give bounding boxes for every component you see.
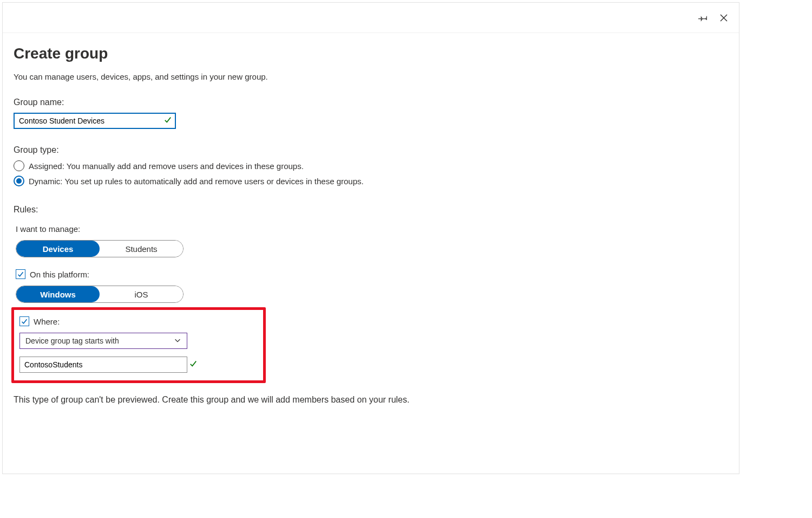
rules-label: Rules: bbox=[14, 205, 728, 215]
create-group-panel: Create group You can manage users, devic… bbox=[2, 2, 739, 474]
radio-icon bbox=[14, 176, 24, 186]
radio-label: Dynamic: You set up rules to automatical… bbox=[29, 177, 364, 186]
where-highlight: Where: Device group tag starts with bbox=[11, 307, 266, 383]
radio-label: Assigned: You manually add and remove us… bbox=[29, 161, 304, 171]
checkmark-icon bbox=[189, 360, 197, 369]
group-type-label: Group type: bbox=[14, 145, 728, 155]
platform-toggle: Windows iOS bbox=[16, 286, 184, 303]
group-name-field-wrap bbox=[14, 113, 176, 129]
page-title: Create group bbox=[14, 45, 728, 62]
preview-note: This type of group can't be previewed. C… bbox=[14, 395, 728, 405]
manage-toggle-students[interactable]: Students bbox=[100, 241, 183, 257]
close-icon[interactable] bbox=[718, 12, 729, 23]
platform-checkbox-row[interactable]: On this platform: bbox=[16, 269, 728, 279]
checkbox-icon bbox=[16, 269, 25, 279]
manage-toggle: Devices Students bbox=[16, 240, 184, 257]
platform-checkbox-label: On this platform: bbox=[30, 270, 89, 279]
where-value-input[interactable] bbox=[19, 357, 187, 373]
where-checkbox-label: Where: bbox=[34, 317, 60, 326]
group-name-input[interactable] bbox=[14, 113, 176, 129]
content-area: Create group You can manage users, devic… bbox=[3, 33, 739, 416]
radio-icon bbox=[14, 160, 24, 171]
platform-toggle-ios[interactable]: iOS bbox=[100, 286, 183, 302]
platform-toggle-windows[interactable]: Windows bbox=[16, 286, 100, 302]
page-subtitle: You can manage users, devices, apps, and… bbox=[14, 72, 728, 81]
where-value-wrap bbox=[19, 357, 197, 373]
group-name-label: Group name: bbox=[14, 98, 728, 107]
checkmark-icon bbox=[164, 116, 172, 126]
where-checkbox-row[interactable]: Where: bbox=[19, 316, 260, 326]
dropdown-value: Device group tag starts with bbox=[25, 336, 119, 345]
titlebar bbox=[3, 3, 739, 33]
manage-toggle-devices[interactable]: Devices bbox=[16, 241, 100, 257]
where-condition-dropdown[interactable]: Device group tag starts with bbox=[19, 333, 187, 349]
pin-icon[interactable] bbox=[698, 12, 709, 23]
manage-label: I want to manage: bbox=[16, 224, 728, 234]
chevron-down-icon bbox=[174, 336, 181, 346]
checkbox-icon bbox=[19, 316, 29, 326]
group-type-option-assigned[interactable]: Assigned: You manually add and remove us… bbox=[14, 160, 728, 171]
group-type-option-dynamic[interactable]: Dynamic: You set up rules to automatical… bbox=[14, 176, 728, 186]
